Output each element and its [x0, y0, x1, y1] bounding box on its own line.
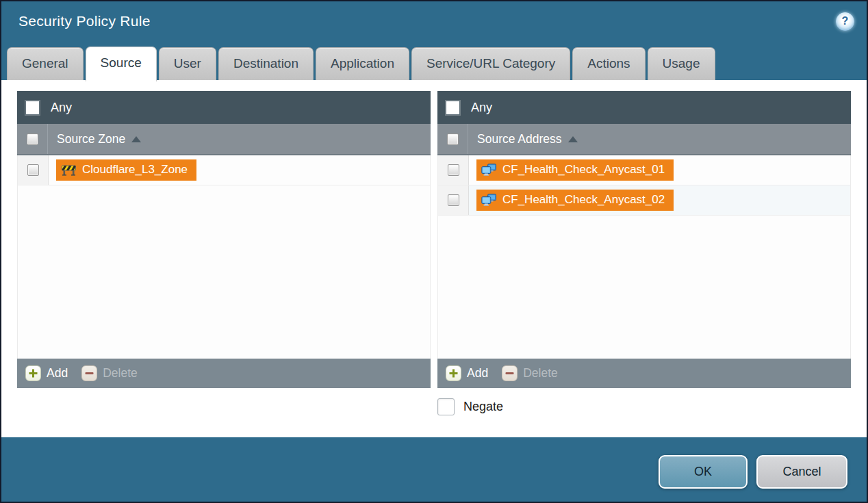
source-zone-sort-header[interactable]: Source Zone: [48, 132, 141, 146]
tab-destination[interactable]: Destination: [218, 47, 314, 80]
add-address-button[interactable]: Add: [446, 365, 488, 381]
source-address-column-header: Source Address: [437, 124, 851, 155]
add-zone-button[interactable]: Add: [25, 365, 68, 381]
source-address-any-checkbox[interactable]: [446, 101, 460, 115]
panels: Any Source Zone: [1, 80, 867, 388]
security-policy-rule-dialog: Security Policy Rule ? General Source Us…: [0, 0, 868, 503]
delete-address-button[interactable]: Delete: [502, 365, 558, 381]
row-checkbox-cell: [438, 185, 469, 215]
delete-icon: [81, 365, 97, 381]
source-address-any-label: Any: [471, 101, 492, 115]
delete-label: Delete: [103, 366, 138, 381]
negate-checkbox[interactable]: [437, 398, 455, 415]
source-zone-column-label: Source Zone: [57, 132, 125, 146]
row-checkbox-cell: [438, 155, 469, 185]
address-entry[interactable]: CF_Health_Check_Anycast_02: [476, 190, 674, 211]
sort-ascending-icon: [131, 136, 141, 142]
source-zone-panel: Any Source Zone: [17, 91, 431, 388]
page-title: Security Policy Rule: [18, 13, 151, 29]
negate-label: Negate: [463, 400, 503, 414]
source-address-sort-header[interactable]: Source Address: [468, 132, 578, 146]
row-checkbox[interactable]: [27, 164, 39, 176]
tab-source[interactable]: Source: [86, 47, 157, 81]
source-zone-any-header: Any: [17, 91, 431, 124]
source-zone-rows: Cloudflare_L3_Zone: [17, 155, 431, 359]
source-zone-select-all-checkbox[interactable]: [27, 133, 38, 145]
zone-icon: [61, 164, 77, 176]
source-zone-column-header: Source Zone: [17, 124, 431, 155]
source-address-column-label: Source Address: [477, 132, 562, 146]
help-icon[interactable]: ?: [836, 12, 854, 31]
cancel-button[interactable]: Cancel: [756, 455, 847, 489]
address-icon: [481, 194, 497, 206]
tab-usage[interactable]: Usage: [648, 47, 715, 80]
add-label: Add: [47, 366, 68, 381]
tab-general[interactable]: General: [7, 47, 84, 80]
add-label: Add: [467, 366, 488, 381]
source-tab-content: Any Source Zone: [1, 80, 867, 437]
tab-actions[interactable]: Actions: [572, 47, 645, 80]
source-address-select-all-checkbox[interactable]: [447, 133, 459, 145]
add-icon: [25, 365, 41, 381]
tab-user[interactable]: User: [159, 47, 216, 80]
tab-application[interactable]: Application: [316, 47, 409, 80]
table-row[interactable]: CF_Health_Check_Anycast_01: [438, 155, 850, 185]
zone-entry-label: Cloudflare_L3_Zone: [82, 163, 188, 177]
table-row[interactable]: CF_Health_Check_Anycast_02: [438, 185, 850, 216]
delete-label: Delete: [523, 366, 558, 381]
delete-icon: [502, 365, 518, 381]
row-checkbox[interactable]: [448, 164, 459, 176]
titlebar: Security Policy Rule ?: [1, 1, 867, 41]
source-zone-toolbar: Add Delete: [17, 359, 431, 388]
tab-bar: General Source User Destination Applicat…: [1, 41, 867, 80]
address-entry-label: CF_Health_Check_Anycast_01: [502, 163, 665, 177]
source-address-any-header: Any: [437, 91, 851, 124]
source-address-panel: Any Source Address: [437, 91, 851, 388]
address-icon: [481, 164, 497, 176]
dialog-footer: OK Cancel: [1, 437, 867, 502]
source-zone-any-label: Any: [51, 101, 72, 115]
negate-row: Negate: [437, 398, 867, 415]
ok-button[interactable]: OK: [659, 455, 748, 489]
sort-ascending-icon: [568, 136, 578, 142]
zone-entry[interactable]: Cloudflare_L3_Zone: [56, 159, 196, 181]
address-entry-label: CF_Health_Check_Anycast_02: [502, 193, 665, 207]
table-row[interactable]: Cloudflare_L3_Zone: [18, 155, 430, 185]
source-address-select-all-cell: [437, 124, 468, 154]
source-address-toolbar: Add Delete: [437, 359, 851, 388]
source-zone-select-all-cell: [17, 124, 48, 154]
source-address-rows: CF_Health_Check_Anycast_01: [437, 155, 851, 359]
row-checkbox-cell: [18, 155, 49, 185]
address-entry[interactable]: CF_Health_Check_Anycast_01: [476, 159, 674, 181]
row-checkbox[interactable]: [448, 194, 459, 206]
source-zone-any-checkbox[interactable]: [25, 101, 40, 115]
tab-service-url-category[interactable]: Service/URL Category: [411, 47, 570, 80]
delete-zone-button[interactable]: Delete: [81, 365, 138, 381]
add-icon: [446, 365, 461, 381]
